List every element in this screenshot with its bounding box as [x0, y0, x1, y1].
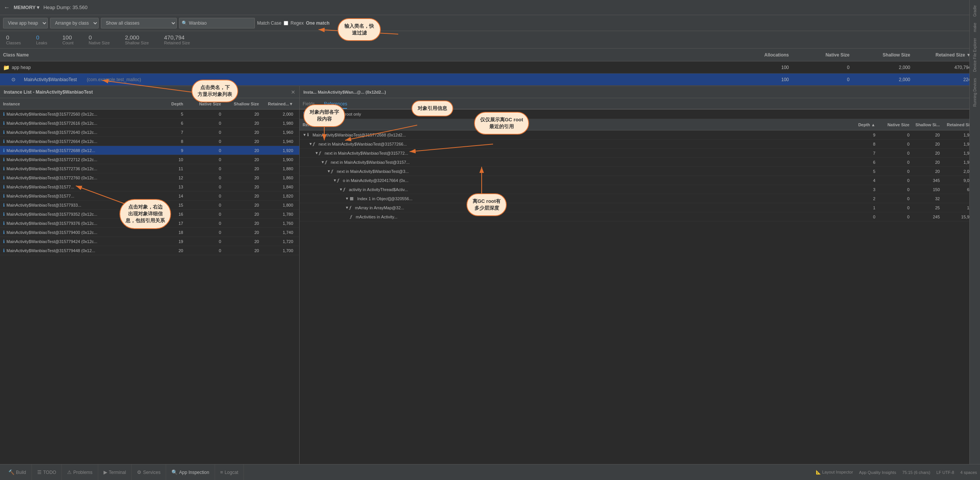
- instance-row[interactable]: ℹ MainActivity$WanbiaoTest@315772664 (0x…: [0, 137, 299, 146]
- match-case-checkbox[interactable]: [284, 21, 288, 25]
- class-row-appheap[interactable]: 📁 app heap 100 0 2,000 470,794: [0, 61, 980, 73]
- inst-native: 0: [186, 230, 224, 235]
- expand-icon[interactable]: ▼: [309, 142, 312, 146]
- inst-depth: 8: [152, 139, 186, 144]
- app-quality-btn[interactable]: App Quality Insights: [859, 470, 896, 475]
- col-allocations[interactable]: Allocations: [734, 52, 795, 58]
- col-shallow[interactable]: Shallow Size: [856, 52, 916, 58]
- arrange-by-select[interactable]: Arrange by class: [50, 18, 99, 29]
- show-classes-select[interactable]: Show all classes: [101, 18, 177, 29]
- ref-row[interactable]: ▼ 𝒇 activity in ActivityThread$Activ... …: [300, 185, 980, 194]
- col-depth[interactable]: Depth: [152, 102, 186, 106]
- tab-references[interactable]: References: [324, 100, 347, 109]
- instance-row[interactable]: ℹ MainActivity$WanbiaoTest@315779400 (0x…: [0, 228, 299, 237]
- ref-row[interactable]: ▼ 𝒇 next in MainActivity$WanbiaoTest@315…: [300, 149, 980, 158]
- field-icon: 𝒇: [331, 169, 336, 174]
- inst-native: 0: [186, 112, 224, 116]
- inst-retained: 1,800: [262, 203, 296, 207]
- ref-row[interactable]: ▼ 𝒇 next in MainActivity$WanbiaoTest@315…: [300, 140, 980, 149]
- col-ref[interactable]: Reference: [303, 122, 848, 127]
- col-inst-retained[interactable]: Retained...▼: [262, 102, 296, 106]
- ref-row[interactable]: ▼ 𝒇 mArray in ArrayMap@32... 1 0 25 109: [300, 203, 980, 212]
- ref-row[interactable]: 𝒇 mActivities in Activity... 0 0 245 15,…: [300, 212, 980, 221]
- inst-shallow: 20: [224, 212, 262, 216]
- ref-row[interactable]: ▼ ▦ Index 1 in Object[]@320556... 2 0 32…: [300, 194, 980, 203]
- ref-depth: 1: [848, 205, 878, 210]
- class-row-mainactivity[interactable]: ⊙ MainActivity$WanbiaoTest (com.example.…: [0, 73, 980, 86]
- memory-label[interactable]: MEMORY ▾: [14, 5, 40, 10]
- expand-icon[interactable]: ▼: [345, 196, 349, 200]
- back-button[interactable]: ←: [4, 4, 10, 11]
- inst-shallow: 20: [224, 157, 262, 162]
- bottom-tab-services[interactable]: ⚙Services: [132, 464, 166, 480]
- ref-row[interactable]: ▼ ℹ MainActivity$WanbiaoTest@315772688 (…: [300, 130, 980, 140]
- bottom-tab-app-inspection[interactable]: 🔍App Inspection: [166, 464, 215, 480]
- stat-leaks-value: 0: [36, 34, 39, 41]
- instance-row[interactable]: ℹ MainActivity$WanbiaoTest@315772688 (0x…: [0, 146, 299, 155]
- bottom-tab-logcat[interactable]: ≡Logcat: [215, 464, 244, 480]
- inst-native: 0: [186, 121, 224, 126]
- col-ref-native[interactable]: Native Size: [878, 122, 913, 127]
- bottom-tab-build[interactable]: 🔨Build: [3, 464, 32, 480]
- class-name-mainactivity: ⊙ MainActivity$WanbiaoTest (com.example.…: [3, 76, 734, 82]
- view-heap-select[interactable]: View app heap: [3, 18, 48, 29]
- expand-icon[interactable]: ▼: [327, 169, 331, 173]
- ref-row[interactable]: ▼ 𝒇 next in MainActivity$WanbiaoTest@315…: [300, 158, 980, 167]
- instance-row[interactable]: ℹ MainActivity$WanbiaoTest@315772640 (0x…: [0, 128, 299, 137]
- instance-row[interactable]: ℹ MainActivity$WanbiaoTest@31577933... 1…: [0, 200, 299, 210]
- instance-row[interactable]: ℹ MainActivity$WanbiaoTest@315772712 (0x…: [0, 155, 299, 164]
- expand-icon[interactable]: ▼: [333, 178, 337, 182]
- bottom-tab-terminal[interactable]: ▶Terminal: [98, 464, 132, 480]
- instance-row[interactable]: ℹ MainActivity$WanbiaoTest@315779376 (0x…: [0, 219, 299, 228]
- instance-row[interactable]: ℹ MainActivity$WanbiaoTest@315772736 (0x…: [0, 164, 299, 173]
- col-ref-depth[interactable]: Depth ▲: [848, 122, 878, 127]
- ref-depth: 0: [848, 215, 878, 219]
- col-native[interactable]: Native Size: [795, 52, 856, 58]
- col-inst-native[interactable]: Native Size: [186, 102, 224, 106]
- col-instance[interactable]: Instance: [3, 102, 152, 106]
- col-retained[interactable]: Retained Size ▼: [916, 52, 977, 58]
- one-match-label: One match: [306, 21, 329, 26]
- info-icon: ℹ: [3, 148, 5, 153]
- instance-row[interactable]: ℹ MainActivity$WanbiaoTest@31577... 14 0…: [0, 191, 299, 200]
- sidebar-device-file[interactable]: Device File Explorer: [972, 36, 978, 74]
- instance-name-cell: ℹ MainActivity$WanbiaoTest@315779376 (0x…: [3, 221, 152, 226]
- instance-row[interactable]: ℹ MainActivity$WanbiaoTest@31577... 13 0…: [0, 182, 299, 191]
- expand-icon[interactable]: ▼: [345, 205, 349, 210]
- layout-inspector-btn[interactable]: 📐 Layout Inspector: [816, 470, 853, 475]
- stat-count-label: Count: [62, 41, 73, 45]
- info-icon: ℹ: [3, 202, 5, 208]
- ref-row[interactable]: ▼ 𝒇 o in MainActivity@320417664 (0x... 4…: [300, 176, 980, 185]
- ref-row[interactable]: ▼ 𝒇 next in MainActivity$WanbiaoTest@3..…: [300, 167, 980, 176]
- instance-row[interactable]: ℹ MainActivity$WanbiaoTest@315772560 (0x…: [0, 110, 299, 119]
- ref-depth: 6: [848, 160, 878, 165]
- instance-row[interactable]: ℹ MainActivity$WanbiaoTest@315779352 (0x…: [0, 210, 299, 219]
- tab-fields[interactable]: Fields: [303, 100, 315, 109]
- ref-shallow: 25: [913, 205, 943, 210]
- sidebar-make[interactable]: make: [972, 21, 978, 34]
- instance-row[interactable]: ℹ MainActivity$WanbiaoTest@315779424 (0x…: [0, 237, 299, 246]
- instance-name-cell: ℹ MainActivity$WanbiaoTest@315779448 (0x…: [3, 248, 152, 253]
- expand-icon[interactable]: ▼: [339, 187, 343, 191]
- expand-icon[interactable]: ▼: [303, 133, 306, 137]
- instance-row[interactable]: ℹ MainActivity$WanbiaoTest@315772616 (0x…: [0, 119, 299, 128]
- bottom-tab-problems[interactable]: ⚠Problems: [62, 464, 98, 480]
- expand-icon[interactable]: ▼: [321, 160, 325, 164]
- sidebar-gradle[interactable]: Gradle: [972, 3, 978, 19]
- ref-shallow: 20: [913, 160, 943, 165]
- inst-retained: 1,980: [262, 121, 296, 126]
- expand-icon[interactable]: ▼: [315, 151, 318, 155]
- instance-row[interactable]: ℹ MainActivity$WanbiaoTest@315772760 (0x…: [0, 173, 299, 182]
- search-input[interactable]: [189, 21, 242, 26]
- bottom-tab-todo[interactable]: ☰TODO: [32, 464, 62, 480]
- col-ref-shallow[interactable]: Shallow Si...: [913, 122, 943, 127]
- sidebar-running-devices[interactable]: Running Devices: [972, 76, 978, 109]
- instance-panel-close[interactable]: ✕: [291, 89, 296, 95]
- ref-name-cell: ▼ 𝒇 next in MainActivity$WanbiaoTest@315…: [303, 141, 848, 146]
- col-inst-shallow[interactable]: Shallow Size: [224, 102, 262, 106]
- ref-native: 0: [878, 160, 913, 165]
- instance-row[interactable]: ℹ MainActivity$WanbiaoTest@315779448 (0x…: [0, 246, 299, 255]
- search-icon: 🔍: [182, 21, 187, 26]
- ref-depth: 5: [848, 169, 878, 174]
- gc-root-checkbox[interactable]: [304, 112, 308, 116]
